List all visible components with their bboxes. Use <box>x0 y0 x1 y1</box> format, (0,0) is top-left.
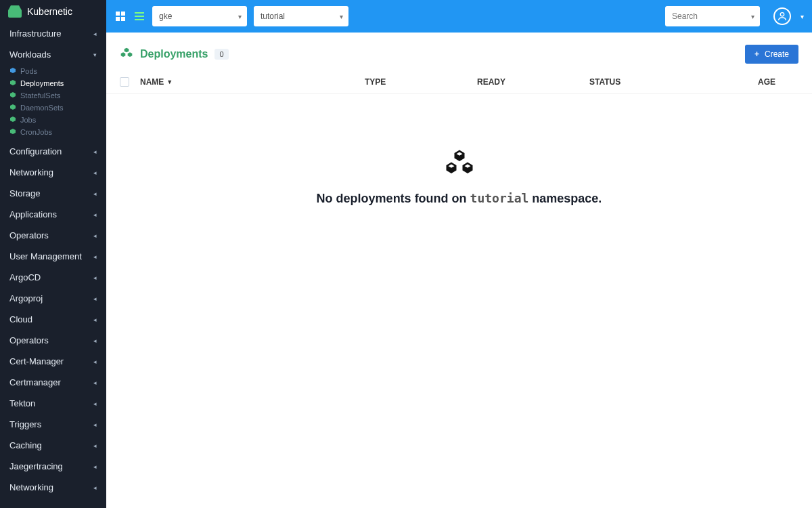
nav-item-daemonsets[interactable]: DaemonSets <box>0 102 106 114</box>
col-name[interactable]: NAME ▼ <box>140 77 365 87</box>
grid-icon[interactable] <box>114 10 127 22</box>
chevron-icon: ◂ <box>93 337 97 344</box>
nav-group-label: Storage <box>9 188 41 198</box>
chevron-icon: ◂ <box>93 358 97 365</box>
nav-group-label: Networking <box>9 482 53 492</box>
nav-group-networking[interactable]: Networking◂ <box>0 162 106 183</box>
chevron-icon: ◂ <box>93 400 97 407</box>
list-icon[interactable] <box>133 10 145 22</box>
empty-message: No deployments found on tutorial namespa… <box>317 191 602 206</box>
chevron-icon: ◂ <box>93 169 97 176</box>
search-wrapper <box>665 6 760 26</box>
svg-rect-6 <box>135 19 144 20</box>
nav-group-label: Applications <box>9 209 57 219</box>
col-type[interactable]: TYPE <box>365 77 477 87</box>
chevron-icon: ◂ <box>93 484 97 491</box>
chevron-icon: ▾ <box>93 51 97 58</box>
sort-caret-icon: ▼ <box>166 79 173 85</box>
main: gke tutorial ▾ Deployments 0 <box>106 0 812 508</box>
search-select[interactable] <box>665 6 760 26</box>
nav-group-label: Caching <box>9 440 42 450</box>
user-menu-caret-icon[interactable]: ▾ <box>800 13 804 20</box>
brand: Kubernetic <box>0 0 106 23</box>
nav-group-label: Certmanager <box>9 377 61 387</box>
chevron-icon: ◂ <box>93 211 97 218</box>
nav-group-storage[interactable]: Storage◂ <box>0 183 106 204</box>
nav-item-pods[interactable]: Pods <box>0 65 106 77</box>
chevron-icon: ◂ <box>93 295 97 302</box>
nav-group-argoproj[interactable]: Argoproj◂ <box>0 288 106 309</box>
chevron-icon: ◂ <box>93 148 97 155</box>
nav-group-caching[interactable]: Caching◂ <box>0 435 106 456</box>
nav-group-label: Networking <box>9 167 53 177</box>
empty-prefix: No deployments found on <box>317 192 470 205</box>
nav-item-deployments[interactable]: Deployments <box>0 77 106 89</box>
nav-group-jaegertracing[interactable]: Jaegertracing◂ <box>0 456 106 477</box>
nav-group-certmanager[interactable]: Certmanager◂ <box>0 372 106 393</box>
col-age[interactable]: AGE <box>758 77 798 87</box>
nav-group-argocd[interactable]: ArgoCD◂ <box>0 267 106 288</box>
svg-rect-4 <box>135 12 144 14</box>
count-badge: 0 <box>215 49 228 60</box>
nav-item-label: StatefulSets <box>20 91 60 100</box>
chevron-icon: ◂ <box>93 421 97 428</box>
nav-group-label: Cert-Manager <box>9 356 64 366</box>
select-all-checkbox[interactable] <box>120 77 129 87</box>
svg-rect-5 <box>135 16 144 17</box>
create-button[interactable]: + Create <box>745 45 798 64</box>
nav-group-configuration[interactable]: Configuration◂ <box>0 141 106 162</box>
cronjobs-icon <box>9 129 16 135</box>
namespace-select[interactable]: tutorial <box>254 6 348 26</box>
col-status[interactable]: STATUS <box>589 77 758 87</box>
empty-suffix: namespace. <box>528 192 602 205</box>
chevron-icon: ◂ <box>93 232 97 239</box>
topbar: gke tutorial ▾ <box>106 0 812 33</box>
chevron-icon: ◂ <box>93 190 97 197</box>
nav-group-user-management[interactable]: User Management◂ <box>0 246 106 267</box>
nav-group-cert-manager[interactable]: Cert-Manager◂ <box>0 351 106 372</box>
plus-icon: + <box>754 49 759 59</box>
svg-rect-1 <box>121 12 125 16</box>
nav-group-tekton[interactable]: Tekton◂ <box>0 393 106 414</box>
search-input[interactable] <box>672 12 740 21</box>
col-ready[interactable]: READY <box>477 77 589 87</box>
nav-group-label: Operators <box>9 335 49 345</box>
nav-item-cronjobs[interactable]: CronJobs <box>0 126 106 138</box>
nav-group-label: User Management <box>9 251 82 261</box>
page-title: Deployments <box>140 48 208 60</box>
nav-item-label: DaemonSets <box>20 104 64 112</box>
nav-group-applications[interactable]: Applications◂ <box>0 204 106 225</box>
chevron-icon: ◂ <box>93 30 97 37</box>
user-avatar-icon[interactable] <box>773 7 791 25</box>
nav-item-statefulsets[interactable]: StatefulSets <box>0 89 106 102</box>
brand-logo-icon <box>8 5 22 18</box>
cluster-select-value: gke <box>159 12 172 21</box>
nav-group-workloads[interactable]: Workloads▾ <box>0 44 106 65</box>
chevron-icon: ◂ <box>93 316 97 323</box>
nav-group-operators[interactable]: Operators◂ <box>0 330 106 351</box>
boxes-icon <box>443 148 476 180</box>
nav-group-label: Workloads <box>9 49 51 60</box>
create-button-label: Create <box>765 49 789 59</box>
empty-namespace: tutorial <box>470 191 529 205</box>
nav-group-label: Triggers <box>9 419 41 429</box>
nav-group-label: Infrastructure <box>9 28 62 39</box>
nav-group-label: Configuration <box>9 146 62 156</box>
nav-group-cloud[interactable]: Cloud◂ <box>0 309 106 330</box>
table-header: NAME ▼ TYPE READY STATUS AGE <box>106 70 812 94</box>
nav-group-label: Jaegertracing <box>9 461 63 471</box>
col-name-label: NAME <box>140 77 164 87</box>
deployments-icon <box>120 47 133 62</box>
chevron-icon: ◂ <box>93 379 97 386</box>
nav-item-label: Jobs <box>20 116 36 124</box>
svg-rect-3 <box>121 17 125 21</box>
chevron-icon: ◂ <box>93 253 97 260</box>
nav-group-networking[interactable]: Networking◂ <box>0 477 106 498</box>
sidebar: Kubernetic Infrastructure◂Workloads▾Pods… <box>0 0 106 508</box>
nav-group-infrastructure[interactable]: Infrastructure◂ <box>0 23 106 44</box>
cluster-select[interactable]: gke <box>152 6 247 26</box>
svg-point-7 <box>780 13 784 16</box>
nav-group-triggers[interactable]: Triggers◂ <box>0 414 106 435</box>
nav-item-jobs[interactable]: Jobs <box>0 114 106 126</box>
nav-group-operators[interactable]: Operators◂ <box>0 225 106 246</box>
